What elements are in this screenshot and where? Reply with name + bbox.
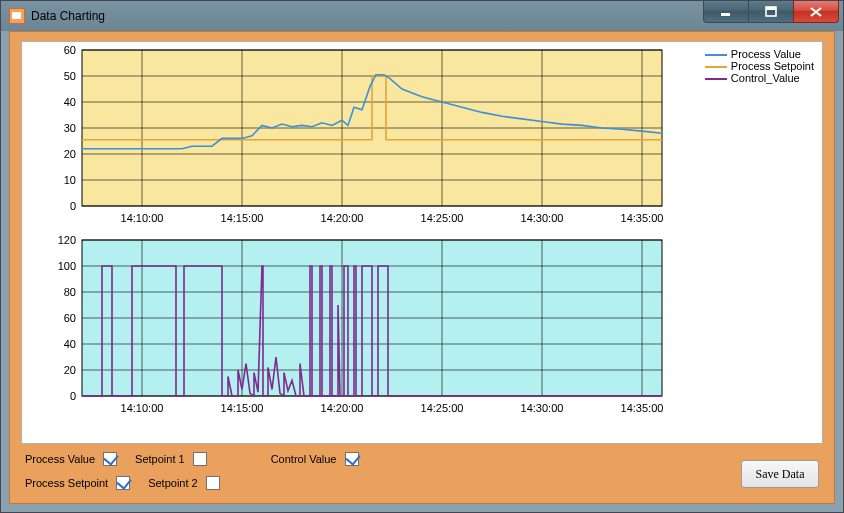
svg-text:14:35:00: 14:35:00 <box>621 402 664 414</box>
svg-text:80: 80 <box>64 286 76 298</box>
label-process-setpoint: Process Setpoint <box>25 477 108 489</box>
svg-text:14:30:00: 14:30:00 <box>521 402 564 414</box>
window-title: Data Charting <box>31 9 105 23</box>
field-control-value: Control Value <box>271 452 359 466</box>
svg-text:14:10:00: 14:10:00 <box>121 402 164 414</box>
svg-text:40: 40 <box>64 338 76 350</box>
field-process-value: Process Value <box>25 452 117 466</box>
svg-text:14:25:00: 14:25:00 <box>421 212 464 224</box>
title-bar[interactable]: Data Charting <box>1 1 843 31</box>
svg-text:0: 0 <box>70 390 76 402</box>
legend-label: Process Value <box>731 48 801 60</box>
svg-text:20: 20 <box>64 148 76 160</box>
label-process-value: Process Value <box>25 453 95 465</box>
minimize-icon <box>720 6 732 18</box>
client-area: Process Value Process Setpoint Control_V… <box>9 31 835 504</box>
field-process-setpoint: Process Setpoint <box>25 476 130 490</box>
maximize-icon <box>765 6 777 18</box>
minimize-button[interactable] <box>703 1 749 23</box>
field-setpoint1: Setpoint 1 <box>135 452 207 466</box>
window: Data Charting Process Value Process Setp… <box>0 0 844 513</box>
svg-text:0: 0 <box>70 200 76 212</box>
legend-label: Process Setpoint <box>731 60 814 72</box>
svg-text:14:15:00: 14:15:00 <box>221 212 264 224</box>
legend-label: Control_Value <box>731 72 800 84</box>
svg-text:10: 10 <box>64 174 76 186</box>
checkbox-control-value[interactable] <box>345 452 359 466</box>
chart-panel: Process Value Process Setpoint Control_V… <box>21 41 823 444</box>
legend-item-sp: Process Setpoint <box>705 60 814 72</box>
label-control-value: Control Value <box>271 453 337 465</box>
app-icon <box>9 8 25 24</box>
svg-text:20: 20 <box>64 364 76 376</box>
svg-text:14:25:00: 14:25:00 <box>421 402 464 414</box>
legend: Process Value Process Setpoint Control_V… <box>705 48 814 84</box>
checkbox-setpoint2[interactable] <box>206 476 220 490</box>
bottom-chart[interactable]: 02040608010012014:10:0014:15:0014:20:001… <box>22 232 812 422</box>
svg-text:30: 30 <box>64 122 76 134</box>
legend-item-cv: Control_Value <box>705 72 814 84</box>
svg-text:14:30:00: 14:30:00 <box>521 212 564 224</box>
svg-text:100: 100 <box>58 260 76 272</box>
checkbox-setpoint1[interactable] <box>193 452 207 466</box>
svg-rect-0 <box>721 13 730 16</box>
maximize-button[interactable] <box>748 1 794 23</box>
field-setpoint2: Setpoint 2 <box>148 476 220 490</box>
close-icon <box>809 6 823 18</box>
options-bar: Process Value Setpoint 1 Control Value P… <box>21 446 823 500</box>
label-setpoint1: Setpoint 1 <box>135 453 185 465</box>
save-button[interactable]: Save Data <box>741 460 819 488</box>
svg-text:14:20:00: 14:20:00 <box>321 402 364 414</box>
checkbox-process-setpoint[interactable] <box>116 476 130 490</box>
checkbox-process-value[interactable] <box>103 452 117 466</box>
svg-text:14:35:00: 14:35:00 <box>621 212 664 224</box>
svg-text:14:10:00: 14:10:00 <box>121 212 164 224</box>
svg-text:14:20:00: 14:20:00 <box>321 212 364 224</box>
svg-text:14:15:00: 14:15:00 <box>221 402 264 414</box>
svg-text:60: 60 <box>64 44 76 56</box>
top-chart[interactable]: 010203040506014:10:0014:15:0014:20:0014:… <box>22 42 812 232</box>
svg-text:120: 120 <box>58 234 76 246</box>
legend-item-pv: Process Value <box>705 48 814 60</box>
svg-rect-2 <box>766 7 776 10</box>
label-setpoint2: Setpoint 2 <box>148 477 198 489</box>
svg-text:60: 60 <box>64 312 76 324</box>
close-button[interactable] <box>793 1 839 23</box>
svg-text:40: 40 <box>64 96 76 108</box>
svg-text:50: 50 <box>64 70 76 82</box>
